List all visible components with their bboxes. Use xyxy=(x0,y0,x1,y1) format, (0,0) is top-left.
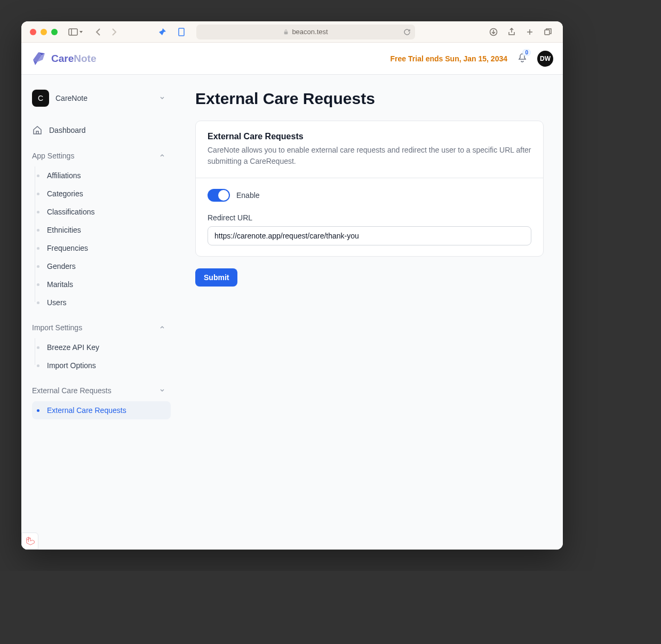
download-icon[interactable] xyxy=(487,26,500,38)
svg-rect-3 xyxy=(284,31,288,34)
notifications-button[interactable]: 0 xyxy=(517,52,528,65)
close-window[interactable] xyxy=(30,29,36,35)
chevron-down-icon xyxy=(159,93,165,103)
laravel-icon xyxy=(25,536,35,546)
section-external-care[interactable]: External Care Requests xyxy=(27,382,171,399)
new-tab-icon[interactable] xyxy=(523,26,536,38)
sidebar-item-external-care[interactable]: External Care Requests xyxy=(32,401,171,419)
sidebar-item-breeze-api[interactable]: Breeze API Key xyxy=(32,338,171,356)
submit-button[interactable]: Submit xyxy=(195,268,237,287)
card-title: External Care Requests xyxy=(208,132,531,141)
avatar[interactable]: DW xyxy=(537,51,553,67)
share-icon[interactable] xyxy=(505,26,518,38)
sidebar-item-frequencies[interactable]: Frequencies xyxy=(32,239,171,257)
subnav-app-settings: Affiliations Categories Classifications … xyxy=(32,166,171,312)
logo-text: CareNote xyxy=(51,53,96,65)
sidebar-item-categories[interactable]: Categories xyxy=(32,185,171,203)
sidebar-item-classifications[interactable]: Classifications xyxy=(32,203,171,221)
chevron-up-icon xyxy=(159,152,165,160)
section-label: Import Settings xyxy=(32,323,82,332)
traffic-lights xyxy=(30,29,58,35)
svg-rect-5 xyxy=(545,30,549,35)
sidebar-toggle[interactable] xyxy=(68,28,83,36)
sidebar-item-genders[interactable]: Genders xyxy=(32,257,171,275)
subnav-external: External Care Requests xyxy=(32,401,171,419)
browser-titlebar: beacon.test xyxy=(21,21,563,43)
redirect-url-label: Redirect URL xyxy=(208,213,531,222)
card-description: CareNote allows you to enable external c… xyxy=(208,145,531,167)
card-header: External Care Requests CareNote allows y… xyxy=(196,121,543,178)
enable-toggle[interactable] xyxy=(208,189,230,202)
chevron-down-icon xyxy=(159,387,165,395)
lock-icon xyxy=(283,29,289,35)
org-icon: C xyxy=(32,90,49,107)
sidebar-item-affiliations[interactable]: Affiliations xyxy=(32,166,171,185)
doc-icon[interactable] xyxy=(175,26,188,38)
address-text: beacon.test xyxy=(292,28,328,36)
section-app-settings[interactable]: App Settings xyxy=(27,147,171,164)
org-switcher[interactable]: C CareNote xyxy=(27,85,171,111)
sidebar: C CareNote Dashboard App Settings Affili… xyxy=(21,75,176,550)
section-label: App Settings xyxy=(32,152,74,160)
svg-rect-2 xyxy=(179,28,184,36)
redirect-url-input[interactable] xyxy=(208,226,531,245)
logo-icon xyxy=(31,50,48,67)
chevron-up-icon xyxy=(159,324,165,332)
toggle-knob xyxy=(218,190,229,201)
tabs-icon[interactable] xyxy=(541,26,554,38)
pin-icon[interactable] xyxy=(156,26,169,38)
page-title: External Care Requests xyxy=(195,90,544,108)
back-button[interactable] xyxy=(92,26,105,38)
app-topnav: CareNote Free Trial ends Sun, Jan 15, 20… xyxy=(21,43,563,75)
trial-banner[interactable]: Free Trial ends Sun, Jan 15, 2034 xyxy=(391,54,507,63)
notification-badge: 0 xyxy=(522,49,531,56)
address-bar[interactable]: beacon.test xyxy=(196,25,415,39)
sidebar-item-dashboard[interactable]: Dashboard xyxy=(27,121,171,140)
sidebar-item-ethnicities[interactable]: Ethnicities xyxy=(32,221,171,239)
card-body: Enable Redirect URL xyxy=(196,178,543,256)
sidebar-item-import-options[interactable]: Import Options xyxy=(32,356,171,375)
browser-window: beacon.test CareNote Free Trial ends Sun… xyxy=(21,21,563,550)
svg-rect-0 xyxy=(69,29,77,35)
nav-label: Dashboard xyxy=(49,126,86,134)
settings-card: External Care Requests CareNote allows y… xyxy=(195,121,544,257)
enable-toggle-row: Enable xyxy=(208,189,531,202)
toggle-label: Enable xyxy=(236,191,260,200)
sidebar-item-maritals[interactable]: Maritals xyxy=(32,275,171,293)
maximize-window[interactable] xyxy=(51,29,58,35)
laravel-badge[interactable] xyxy=(21,532,38,550)
section-label: External Care Requests xyxy=(32,386,112,395)
subnav-import-settings: Breeze API Key Import Options xyxy=(32,338,171,375)
nav-buttons xyxy=(92,26,121,38)
forward-button[interactable] xyxy=(108,26,121,38)
main-content: External Care Requests External Care Req… xyxy=(176,75,563,550)
app-logo[interactable]: CareNote xyxy=(31,50,96,67)
minimize-window[interactable] xyxy=(41,29,47,35)
sidebar-item-users[interactable]: Users xyxy=(32,293,171,312)
section-import-settings[interactable]: Import Settings xyxy=(27,319,171,336)
home-icon xyxy=(32,125,43,136)
reload-icon[interactable] xyxy=(403,28,411,36)
org-name: CareNote xyxy=(55,94,87,102)
